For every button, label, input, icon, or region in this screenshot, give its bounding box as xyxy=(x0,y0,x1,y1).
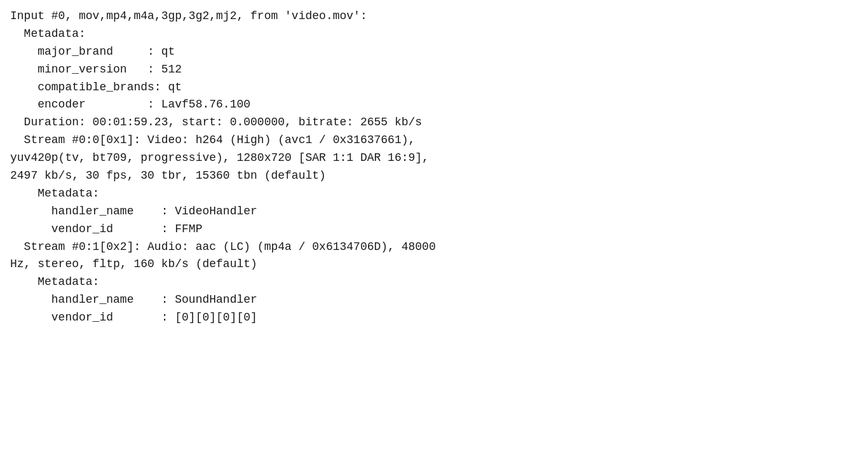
terminal-output: Input #0, mov,mp4,m4a,3gp,3g2,mj2, from … xyxy=(10,8,858,327)
